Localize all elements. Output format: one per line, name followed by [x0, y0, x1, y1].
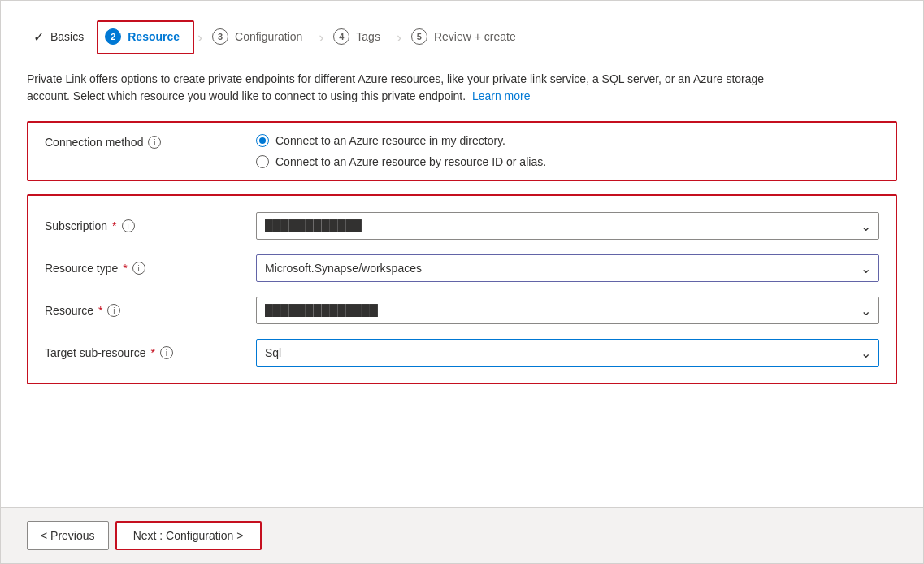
subscription-select-wrapper: ████████████: [256, 212, 879, 240]
target-sub-resource-select[interactable]: Sql: [256, 339, 879, 367]
resource-type-required: *: [123, 262, 127, 275]
tab-configuration-label: Configuration: [235, 30, 302, 43]
connection-method-info-icon[interactable]: i: [148, 136, 161, 149]
tab-resource[interactable]: 2 Resource: [97, 20, 194, 54]
subscription-info-icon[interactable]: i: [122, 219, 135, 232]
resource-type-select-wrapper: Microsoft.Synapse/workspaces: [256, 254, 879, 282]
checkmark-icon: ✓: [33, 29, 44, 45]
footer: < Previous Next : Configuration >: [1, 507, 923, 563]
radio-circle-resource-id: [256, 155, 269, 168]
learn-more-link[interactable]: Learn more: [472, 89, 531, 102]
page-description: Private Link offers options to create pr…: [27, 71, 807, 105]
tab-sep-3: ›: [393, 29, 405, 46]
tab-tags-label: Tags: [356, 30, 380, 43]
subscription-label: Subscription * i: [45, 219, 256, 232]
resource-type-select[interactable]: Microsoft.Synapse/workspaces: [256, 254, 879, 282]
resource-info-icon[interactable]: i: [107, 304, 120, 317]
main-content: ✓ Basics 2 Resource › 3 Configuration › …: [1, 1, 923, 507]
tab-review-step: 5: [411, 28, 427, 45]
connection-method-section: Connection method i Connect to an Azure …: [27, 121, 897, 181]
connection-method-radio-group: Connect to an Azure resource in my direc…: [256, 134, 546, 168]
target-sub-resource-required: *: [151, 346, 155, 359]
tab-tags-step: 4: [333, 28, 349, 45]
resource-label: Resource * i: [45, 304, 256, 317]
tab-sep-2: ›: [315, 29, 327, 46]
tab-review-create-label: Review + create: [434, 30, 516, 43]
resource-select[interactable]: ██████████████: [256, 297, 879, 324]
resource-type-label: Resource type * i: [45, 262, 256, 275]
next-button[interactable]: Next : Configuration >: [115, 521, 262, 550]
tab-navigation: ✓ Basics 2 Resource › 3 Configuration › …: [27, 20, 897, 54]
tab-basics-label: Basics: [50, 30, 84, 43]
tab-basics[interactable]: ✓ Basics: [27, 23, 97, 53]
subscription-required: *: [112, 219, 116, 232]
previous-button[interactable]: < Previous: [27, 521, 109, 550]
resource-select-wrapper: ██████████████: [256, 297, 879, 324]
main-window: ✓ Basics 2 Resource › 3 Configuration › …: [0, 0, 924, 564]
target-sub-resource-row: Target sub-resource * i Sql: [45, 339, 879, 367]
target-sub-resource-label: Target sub-resource * i: [45, 346, 256, 359]
form-section: Subscription * i ████████████ Resource t…: [27, 194, 897, 384]
tab-review-create[interactable]: 5 Review + create: [405, 22, 529, 53]
radio-option-directory[interactable]: Connect to an Azure resource in my direc…: [256, 134, 546, 147]
radio-option-resource-id[interactable]: Connect to an Azure resource by resource…: [256, 155, 546, 168]
tab-configuration[interactable]: 3 Configuration: [206, 22, 315, 53]
subscription-row: Subscription * i ████████████: [45, 212, 879, 240]
tab-resource-step: 2: [105, 28, 121, 45]
target-sub-resource-info-icon[interactable]: i: [160, 346, 173, 359]
tab-resource-label: Resource: [128, 30, 180, 43]
resource-row: Resource * i ██████████████: [45, 297, 879, 324]
resource-type-info-icon[interactable]: i: [132, 262, 145, 275]
target-sub-resource-select-wrapper: Sql: [256, 339, 879, 367]
connection-method-label: Connection method i: [45, 134, 256, 149]
subscription-select[interactable]: ████████████: [256, 212, 879, 240]
radio-circle-directory: [256, 134, 269, 147]
tab-config-step: 3: [212, 28, 228, 45]
tab-tags[interactable]: 4 Tags: [327, 22, 393, 53]
resource-type-row: Resource type * i Microsoft.Synapse/work…: [45, 254, 879, 282]
tab-sep-1: ›: [194, 29, 206, 46]
resource-required: *: [98, 304, 102, 317]
